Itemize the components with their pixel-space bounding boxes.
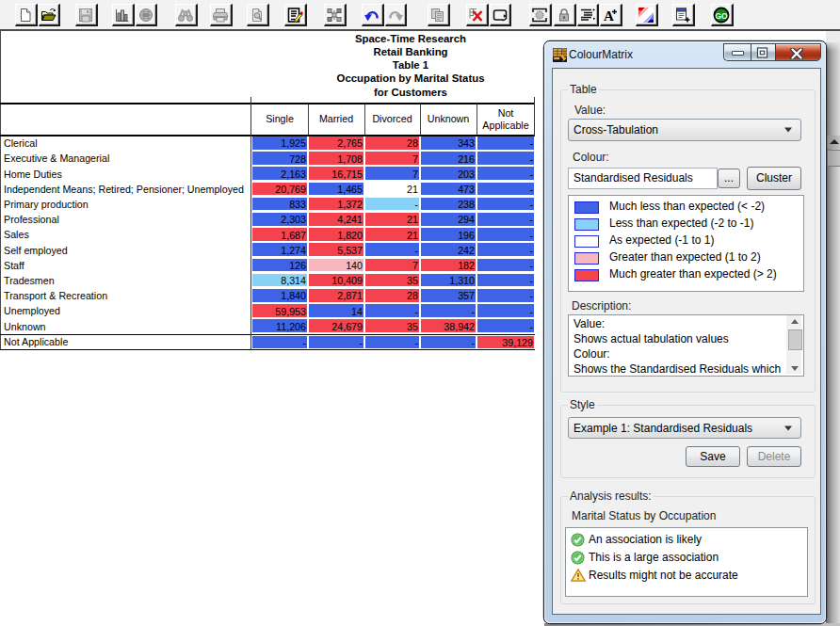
svg-text:A: A <box>604 8 614 23</box>
svg-text:GO: GO <box>716 10 729 20</box>
